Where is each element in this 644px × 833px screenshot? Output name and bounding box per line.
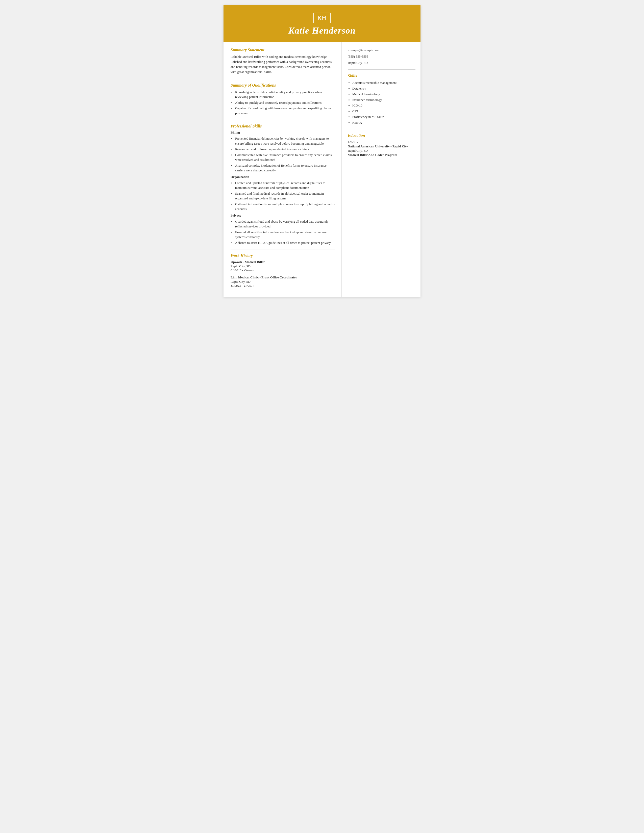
contact-phone: (555) 555-5555 [348,54,415,60]
job-entry-2: Linn Medical Clinic - Front Office Coord… [230,275,335,288]
organization-subsection-title: Organization [230,175,335,179]
list-item: ICD-10 [352,103,415,108]
education-entry-1: 12/2017 National American University - R… [348,140,415,157]
work-history-title: Work History [230,253,335,258]
edu-date: 12/2017 [348,140,415,144]
job-entry-1: Upwork - Medical Biller Rapid City, SD 0… [230,260,335,272]
divider-3 [230,249,335,249]
divider-right-2 [348,129,415,129]
skills-section: Skills Accounts receivable management Da… [348,74,415,125]
list-item: Researched and followed up on denied ins… [235,147,335,152]
list-item: Ability to quickly and accurately record… [235,100,335,105]
list-item: Guarded against fraud and abuse by verif… [235,219,335,229]
list-item: Data entry [352,86,415,91]
edu-location: Rapid City, SD [348,149,415,153]
list-item: Capable of coordinating with insurance c… [235,106,335,116]
full-name: Katie Henderson [229,25,415,36]
job-title-2: Linn Medical Clinic - Front Office Coord… [230,275,335,280]
professional-skills-title: Professional Skills [230,124,335,129]
list-item: Prevented financial delinquencies by wor… [235,136,335,146]
privacy-list: Guarded against fraud and abuse by verif… [230,219,335,245]
qualifications-list: Knowledgeable in data confidentiality an… [230,90,335,116]
qualifications-section: Summary of Qualifications Knowledgeable … [230,83,335,116]
list-item: Insurance terminology [352,97,415,103]
list-item: Adhered to strict HIPAA guidelines at al… [235,240,335,245]
divider-1 [230,79,335,79]
qualifications-title: Summary of Qualifications [230,83,335,88]
edu-school: National American University - Rapid Cit… [348,145,415,148]
list-item: Knowledgeable in data confidentiality an… [235,90,335,100]
list-item: Analyzed complex Explanation of Benefits… [235,163,335,173]
organization-list: Created and updated hundreds of physical… [230,180,335,212]
summary-statement-title: Summary Statement [230,48,335,52]
resume-document: KH Katie Henderson Summary Statement Rel… [224,5,420,297]
skills-list: Accounts receivable management Data entr… [348,80,415,125]
list-item: Scanned and filed medical records in alp… [235,191,335,201]
summary-statement-text: Reliable Medical Biller with coding and … [230,54,335,75]
job-dates-1: 01/2018 - Current [230,269,335,272]
list-item: Proficiency in MS Suite [352,114,415,119]
list-item: Gathered information from multiple sourc… [235,202,335,212]
contact-section: example@example.com (555) 555-5555 Rapid… [348,48,415,65]
list-item: Ensured all sensitive information was ba… [235,230,335,240]
job-location-1: Rapid City, SD [230,264,335,269]
list-item: Accounts receivable management [352,80,415,85]
divider-right-1 [348,69,415,70]
job-dates-2: 11/2015 - 11/2017 [230,284,335,288]
resume-header: KH Katie Henderson [224,5,420,42]
contact-email: example@example.com [348,48,415,53]
professional-skills-section: Professional Skills Billing Prevented fi… [230,124,335,245]
right-column: example@example.com (555) 555-5555 Rapid… [342,42,420,297]
skills-title: Skills [348,74,415,78]
list-item: Communicated with five insurance provide… [235,153,335,162]
billing-subsection-title: Billing [230,130,335,135]
job-title-1: Upwork - Medical Biller [230,260,335,264]
education-title: Education [348,133,415,138]
left-column: Summary Statement Reliable Medical Bille… [224,42,342,297]
job-location-2: Rapid City, SD [230,280,335,284]
education-section: Education 12/2017 National American Univ… [348,133,415,157]
list-item: Medical terminology [352,92,415,96]
body-layout: Summary Statement Reliable Medical Bille… [224,42,420,297]
edu-program: Medical Biller And Coder Program [348,153,415,157]
contact-location: Rapid City, SD [348,60,415,66]
list-item: CPT [352,109,415,114]
summary-statement-section: Summary Statement Reliable Medical Bille… [230,48,335,75]
list-item: Created and updated hundreds of physical… [235,180,335,190]
list-item: HIPAA [352,120,415,125]
billing-list: Prevented financial delinquencies by wor… [230,136,335,173]
work-history-section: Work History Upwork - Medical Biller Rap… [230,253,335,288]
privacy-subsection-title: Privacy [230,214,335,217]
initials-box: KH [313,13,331,23]
